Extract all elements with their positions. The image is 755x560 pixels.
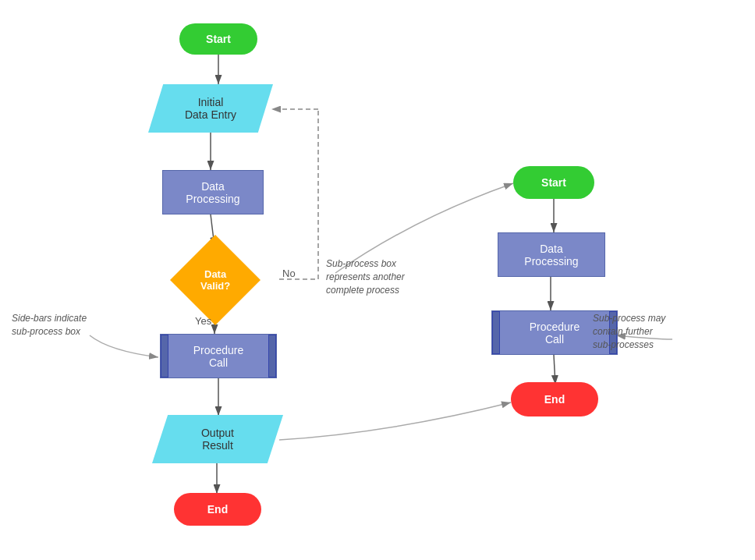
left-procedure-call-label: ProcedureCall xyxy=(193,344,244,369)
decision-shape: DataValid? xyxy=(170,235,261,325)
right-start-label: Start xyxy=(541,176,566,189)
right-end-terminal: End xyxy=(511,382,598,416)
no-text: No xyxy=(282,268,296,279)
right-end-label: End xyxy=(544,393,565,406)
svg-line-13 xyxy=(554,355,555,385)
sidebar-annotation-text: Side-bars indicate sub-process box xyxy=(12,313,87,337)
subprocess-annotation: Sub-process boxrepresents anothercomplet… xyxy=(326,257,451,296)
yes-text: Yes xyxy=(195,315,211,327)
left-procedure-call-shape: ProcedureCall xyxy=(160,334,277,378)
output-result-shape: OutputResult xyxy=(152,415,283,463)
subproc-further-annotation: Sub-process maycontain furthersub-proces… xyxy=(593,312,671,351)
initial-data-entry-shape: InitialData Entry xyxy=(148,84,273,133)
left-data-processing-shape: DataProcessing xyxy=(162,170,264,214)
subprocess-annotation-text: Sub-process boxrepresents anothercomplet… xyxy=(326,258,405,296)
left-end-label: End xyxy=(207,503,228,516)
initial-data-label: InitialData Entry xyxy=(185,96,236,121)
sidebar-annotation: Side-bars indicate sub-process box xyxy=(12,312,105,338)
right-procedure-call-label: ProcedureCall xyxy=(530,321,580,346)
decision-label: DataValid? xyxy=(200,268,230,292)
left-start-label: Start xyxy=(206,33,231,45)
left-end-terminal: End xyxy=(174,493,261,526)
right-start-terminal: Start xyxy=(513,166,594,199)
right-data-processing-shape: DataProcessing xyxy=(498,232,605,277)
right-data-processing-label: DataProcessing xyxy=(524,243,578,268)
subproc-further-text: Sub-process maycontain furthersub-proces… xyxy=(593,313,665,350)
diagram-container: Start InitialData Entry DataProcessing D… xyxy=(0,0,755,560)
left-start-terminal: Start xyxy=(179,23,257,55)
no-label: No xyxy=(282,267,296,281)
output-result-label: OutputResult xyxy=(201,427,234,452)
left-data-processing-label: DataProcessing xyxy=(186,180,239,205)
yes-label: Yes xyxy=(195,314,211,328)
